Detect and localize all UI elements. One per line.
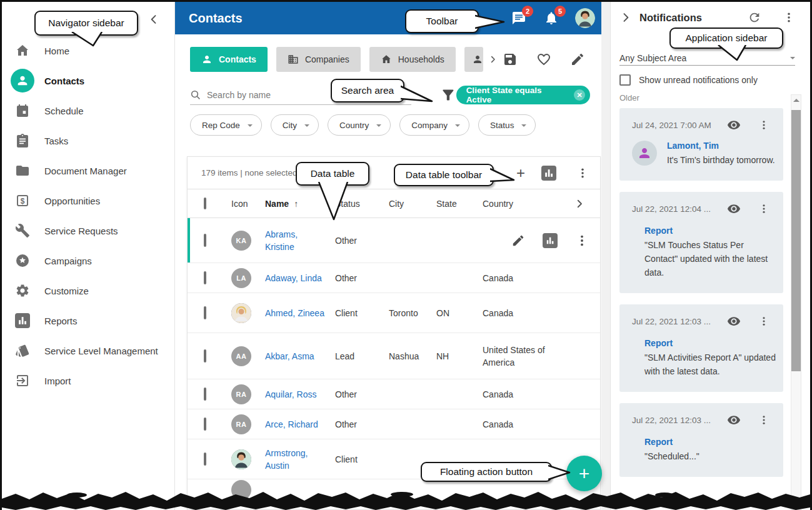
tab-households[interactable]: Households [369, 47, 456, 72]
notifications-button[interactable]: 5 [543, 9, 560, 27]
card-menu-icon[interactable] [758, 119, 769, 131]
row-menu-icon[interactable] [575, 234, 589, 248]
notification-link[interactable]: Report [644, 338, 776, 348]
favorite-icon[interactable] [536, 52, 551, 67]
select-all-checkbox[interactable] [204, 198, 206, 209]
collapse-panel-icon[interactable] [619, 11, 632, 24]
sidebar-item-campaigns[interactable]: Campaigns [2, 246, 174, 276]
column-city[interactable]: City [380, 198, 428, 210]
edit-icon[interactable] [570, 52, 585, 67]
contact-name-link[interactable]: Aquilar, Ross [256, 388, 326, 401]
callout-tail [548, 464, 573, 481]
layers-icon [11, 343, 34, 358]
column-country[interactable]: Country [474, 198, 566, 210]
tab-contacts[interactable]: Contacts [190, 47, 268, 72]
sidebar-item-contacts[interactable]: Contacts [2, 66, 174, 96]
notification-card[interactable]: Jul 22, 2021 12:03 ... Report "Scheduled… [619, 403, 783, 477]
eye-icon[interactable] [727, 202, 741, 216]
selection-summary: 179 items | none selected [201, 168, 298, 178]
sidebar-item-schedule[interactable]: Schedule [2, 96, 174, 126]
table-row[interactable]: KA Abrams, Kristine Other [188, 218, 600, 263]
sidebar-item-customize[interactable]: Customize [2, 276, 174, 306]
table-menu-icon[interactable] [576, 167, 589, 179]
sidebar-item-service-requests[interactable]: Service Requests [2, 216, 174, 246]
notification-timestamp: Jul 22, 2021 12:04 ... [632, 204, 727, 214]
contact-name-link[interactable]: Adaway, Linda [256, 272, 326, 284]
notification-card[interactable]: Jul 24, 2021 7:00 AM Lamont, Tim It's Ti… [619, 108, 783, 181]
filter-rep-code[interactable]: Rep Code [190, 114, 262, 136]
sidebar-item-import[interactable]: Import [2, 366, 174, 396]
card-menu-icon[interactable] [758, 316, 769, 327]
contact-name-link[interactable]: Akbar, Asma [256, 350, 326, 362]
edit-row-icon[interactable] [511, 234, 525, 248]
filter-funnel-icon[interactable] [440, 87, 456, 103]
scroll-up-icon[interactable] [793, 99, 799, 102]
tabs-scroll-right-icon[interactable] [488, 54, 498, 65]
sidebar-item-opportunities[interactable]: Opportunities [2, 186, 174, 216]
table-row[interactable]: LA Adaway, Linda Other Canada [188, 263, 600, 293]
contact-name-link[interactable]: Abrams, Kristine [256, 228, 326, 253]
row-checkbox[interactable] [204, 306, 206, 319]
notification-timestamp: Jul 22, 2021 12:03 ... [632, 416, 727, 425]
sidebar-item-service-level-management[interactable]: Service Level Management [2, 336, 174, 366]
filter-status[interactable]: Status [478, 114, 536, 136]
row-chart-icon[interactable] [543, 233, 558, 248]
panel-menu-icon[interactable] [783, 11, 795, 24]
scrollbar[interactable] [791, 94, 801, 510]
tab-overflow-partial[interactable] [464, 47, 483, 72]
chevron-down-icon [376, 124, 381, 129]
sidebar-item-reports[interactable]: Reports [2, 306, 174, 336]
sidebar-item-tasks[interactable]: Tasks [2, 126, 174, 156]
chart-view-icon[interactable] [541, 166, 556, 181]
notification-link[interactable]: Report [644, 226, 776, 236]
tab-companies[interactable]: Companies [276, 47, 361, 72]
table-row[interactable]: AA Akbar, Asma Lead Nashua NH United Sta… [188, 333, 600, 379]
contact-name-link[interactable]: Ahmed, Zineea [256, 307, 326, 319]
filter-city[interactable]: City [271, 114, 319, 136]
group-label: Older [619, 93, 639, 102]
notification-link[interactable]: Report [644, 437, 776, 447]
notification-body: "SLM Activities Report A" updated with t… [644, 351, 776, 378]
person-icon [472, 54, 483, 65]
contact-name-link[interactable]: Armstrong, Austin [256, 447, 326, 472]
row-checkbox[interactable] [204, 349, 206, 362]
row-checkbox[interactable] [204, 271, 206, 284]
card-menu-icon[interactable] [758, 414, 769, 426]
folder-icon [11, 163, 34, 178]
refresh-icon[interactable] [748, 11, 761, 24]
row-checkbox[interactable] [204, 234, 206, 247]
active-filter-chip[interactable]: Client State equals Active ✕ [456, 86, 590, 104]
column-icon[interactable]: Icon [223, 198, 256, 210]
more-columns-icon[interactable] [574, 198, 585, 209]
save-view-icon[interactable] [503, 52, 518, 67]
notification-card[interactable]: Jul 22, 2021 12:04 ... Report "SLM Touch… [619, 192, 783, 293]
sidebar-item-document-manager[interactable]: Document Manager [2, 156, 174, 186]
table-row[interactable]: RA Aquilar, Ross Other Canada [188, 379, 600, 409]
scrollbar-thumb[interactable] [791, 110, 801, 371]
remove-filter-icon[interactable]: ✕ [574, 89, 585, 101]
table-row[interactable]: RA Arce, Richard Other Canada [188, 409, 600, 439]
notification-link[interactable]: Lamont, Tim [667, 141, 775, 151]
column-state[interactable]: State [428, 198, 474, 210]
wrench-icon [11, 223, 34, 238]
chat-button[interactable]: 2 [510, 9, 528, 27]
row-checkbox[interactable] [204, 388, 206, 401]
row-checkbox[interactable] [204, 452, 206, 466]
eye-icon[interactable] [727, 413, 741, 427]
filter-country[interactable]: Country [328, 114, 391, 136]
notifications-badge: 5 [554, 6, 566, 17]
notification-card[interactable]: Jul 22, 2021 12:03 ... Report "SLM Activ… [619, 304, 783, 392]
user-avatar[interactable] [575, 8, 595, 28]
unread-only-checkbox[interactable] [619, 74, 631, 86]
table-row[interactable]: Ahmed, Zineea Client Toronto ON Canada [188, 293, 600, 333]
filter-company[interactable]: Company [399, 114, 469, 136]
eye-icon[interactable] [727, 118, 741, 132]
eye-icon[interactable] [727, 314, 741, 328]
home-icon [11, 43, 34, 58]
add-column-icon[interactable]: + [516, 166, 525, 181]
contact-name-link[interactable]: Arce, Richard [256, 418, 326, 431]
row-checkbox[interactable] [204, 418, 206, 431]
callout-tail [401, 83, 436, 104]
card-menu-icon[interactable] [758, 203, 769, 214]
collapse-sidebar-button[interactable] [146, 12, 162, 28]
